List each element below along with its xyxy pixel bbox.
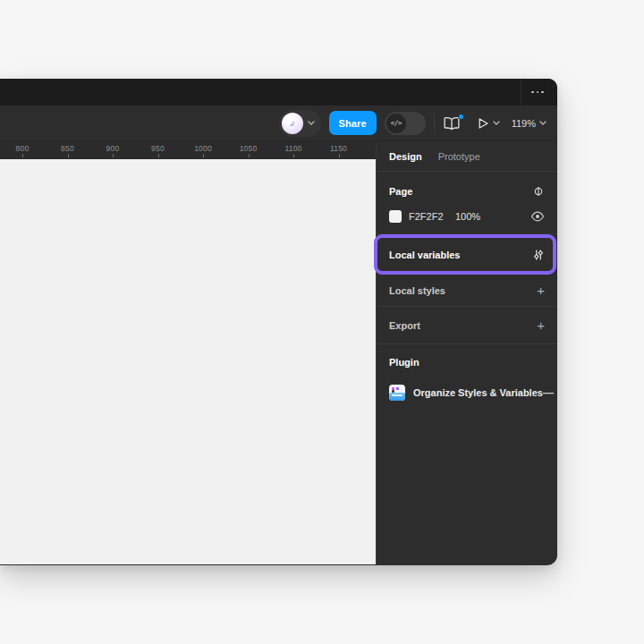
export-row[interactable]: Export +: [377, 307, 557, 344]
dev-mode-toggle[interactable]: </>: [385, 112, 426, 135]
remove-plugin-button[interactable]: —: [543, 387, 554, 398]
ruler-mark: 850: [61, 144, 74, 153]
tab-design[interactable]: Design: [389, 151, 422, 162]
present-button[interactable]: [478, 117, 500, 130]
panel-tabs: Design Prototype: [377, 141, 557, 172]
ruler-tick: [339, 154, 340, 157]
tab-prototype[interactable]: Prototype: [438, 151, 480, 162]
ellipsis-icon: [541, 91, 544, 94]
chevron-down-icon: [493, 121, 500, 125]
page-variable-icon: [532, 185, 545, 198]
local-styles-label: Local styles: [389, 285, 445, 296]
add-export-button[interactable]: +: [537, 318, 545, 332]
zoom-menu[interactable]: 119%: [512, 118, 547, 129]
avatar-glyph-icon: [286, 117, 298, 129]
local-variables-label: Local variables: [389, 250, 461, 260]
chevron-down-icon: [308, 121, 315, 125]
plugin-section: Plugin Organize Styles & Variables —: [377, 344, 557, 405]
zoom-level: 119%: [512, 118, 536, 129]
ellipsis-icon: [537, 91, 539, 94]
content-area: 800 850 900 950 1000 1050 1100 1150: [0, 141, 557, 564]
plugin-app-icon: [389, 385, 405, 401]
code-icon: </>: [386, 114, 406, 133]
toolbar: Share </> 119%: [0, 106, 557, 141]
plugin-item-row[interactable]: Organize Styles & Variables —: [389, 380, 545, 405]
open-variables-button[interactable]: [532, 249, 545, 261]
ruler-mark: 900: [106, 144, 120, 153]
more-options-button[interactable]: [526, 79, 549, 106]
page-section-title: Page: [389, 186, 412, 197]
page-color-swatch[interactable]: [389, 210, 402, 223]
ruler-tick: [113, 154, 114, 157]
titlebar: [0, 79, 557, 106]
ruler-mark: 950: [151, 144, 165, 153]
design-panel: Design Prototype Page F2F2F2: [376, 141, 557, 564]
chevron-down-icon: [539, 121, 547, 125]
export-label: Export: [389, 320, 420, 331]
ruler-mark: 1100: [284, 144, 301, 153]
plugin-item-label: Organize Styles & Variables: [413, 387, 543, 398]
ruler-tick: [293, 154, 294, 157]
add-style-button[interactable]: +: [537, 284, 545, 297]
page-section: Page F2F2F2 100%: [377, 172, 557, 234]
share-button[interactable]: Share: [329, 111, 377, 135]
local-variables-row[interactable]: Local variables: [377, 234, 557, 275]
ruler-mark: 1050: [240, 144, 258, 153]
titlebar-divider: [521, 79, 521, 106]
page-color-hex-field[interactable]: F2F2F2: [409, 211, 455, 222]
horizontal-ruler: 800 850 900 950 1000 1050 1100 1150: [0, 141, 376, 159]
play-icon: [478, 117, 489, 130]
figma-app-window: Share </> 119%: [0, 79, 557, 565]
ruler-tick: [249, 154, 250, 157]
account-menu[interactable]: [279, 110, 321, 137]
plugin-section-title: Plugin: [389, 357, 419, 368]
ruler-tick: [203, 154, 204, 157]
ruler-tick: [22, 154, 23, 157]
ruler-mark: 1150: [330, 144, 347, 153]
eye-icon: [530, 211, 545, 222]
ruler-mark: 800: [16, 144, 30, 153]
ruler-tick: [68, 154, 69, 157]
variables-sliders-icon: [532, 249, 545, 261]
page-visibility-button[interactable]: [530, 211, 545, 222]
page-opacity-field[interactable]: 100%: [455, 211, 480, 222]
ruler-mark: 1000: [194, 144, 212, 153]
canvas[interactable]: 800 850 900 950 1000 1050 1100 1150: [0, 141, 376, 564]
avatar: [282, 113, 303, 134]
local-styles-row[interactable]: Local styles +: [377, 275, 557, 307]
ellipsis-icon: [531, 91, 534, 94]
ruler-tick: [158, 154, 159, 157]
page-settings-button[interactable]: [532, 185, 545, 198]
notification-dot: [458, 114, 464, 120]
toolbar-divider: [434, 114, 435, 133]
library-button[interactable]: [443, 116, 461, 131]
